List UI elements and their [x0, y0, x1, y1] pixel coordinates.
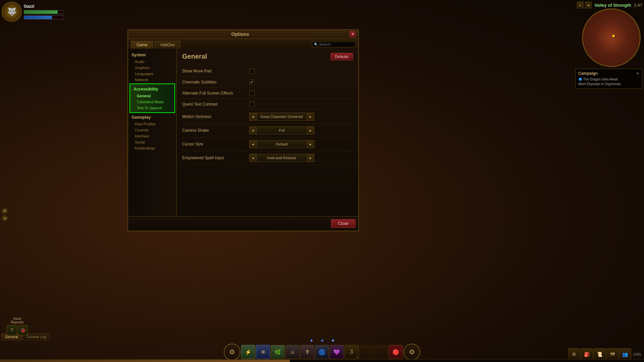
setting-label-empowered-spell: Empowered Spell Input: [182, 156, 249, 160]
action-bracket-left: ⚙: [224, 344, 240, 360]
camera-shake-value: Full: [257, 126, 307, 134]
options-dialog: Options ✕ Game AddOns 🔍 System Audio Gra…: [127, 29, 359, 231]
motion-sickness-value: Keep Character Centered: [257, 113, 307, 121]
sidebar-item-colorblind[interactable]: Colorblind Mode: [130, 99, 174, 105]
right-action-3[interactable]: 📜: [594, 348, 606, 360]
camera-shake-left-btn[interactable]: ◄: [249, 126, 257, 134]
campaign-quest-desc: Meet Ebyssian in Orgrimmar.: [578, 82, 639, 86]
left-side-icons: ⚙ ◄: [2, 208, 8, 221]
checkbox-cinematic-subtitles[interactable]: ✓: [249, 79, 255, 85]
dialog-close-x-button[interactable]: ✕: [350, 31, 356, 37]
dialog-tabs: Game AddOns: [131, 41, 180, 49]
action-slot-4[interactable]: ⚔: [285, 345, 300, 359]
selector-empowered-spell: ◄ Hold and Release ►: [249, 154, 314, 162]
right-action-2[interactable]: 🎒: [581, 348, 593, 360]
checkbox-show-move-pad[interactable]: [249, 68, 255, 74]
action-slot-7[interactable]: 💜: [330, 345, 344, 359]
main-content-panel: General Defaults Show Move Pad Cinematic…: [177, 49, 358, 216]
left-icon-1[interactable]: ⚙: [2, 208, 8, 214]
action-slot-6[interactable]: 🌀: [315, 345, 329, 359]
campaign-title: Campaign ▼: [578, 71, 639, 76]
defaults-button[interactable]: Defaults: [331, 53, 353, 60]
selector-motion-sickness: ◄ Keep Character Centered ►: [249, 113, 314, 121]
top-right-info: ⚔ ◄ Valley of Strength 1:47: [577, 2, 642, 8]
setting-control-alt-fullscreen: [249, 90, 255, 96]
selector-cursor-size: ◄ Default ►: [249, 140, 314, 148]
setting-label-cinematic-subtitles: Cinematic Subtitles: [182, 80, 249, 84]
setting-control-show-move-pad: [249, 68, 255, 74]
close-dialog-button[interactable]: Close: [331, 219, 356, 228]
action-slot-3[interactable]: 🌿: [271, 345, 285, 359]
camera-shake-right-btn[interactable]: ►: [307, 126, 314, 134]
cursor-size-right-btn[interactable]: ►: [307, 140, 314, 148]
search-icon: 🔍: [314, 43, 318, 46]
content-title: General: [182, 53, 207, 60]
issue-question-button[interactable]: ?: [7, 325, 17, 335]
mana-bar: [24, 15, 64, 19]
time-display: 1:47: [634, 3, 642, 8]
minimap-player-dot: [612, 35, 614, 37]
setting-show-move-pad: Show Move Pad: [182, 66, 353, 77]
left-icon-2[interactable]: ◄: [2, 215, 8, 221]
setting-cursor-size: Cursor Size ◄ Default ►: [182, 137, 353, 151]
right-action-5[interactable]: 👥: [619, 348, 631, 360]
setting-label-quest-text: Quest Text Contrast: [182, 102, 249, 107]
empowered-spell-left-btn[interactable]: ◄: [249, 154, 257, 162]
action-slot-11[interactable]: 🔴: [389, 345, 403, 359]
item-level: (346): [632, 348, 642, 360]
sidebar-item-keybindings[interactable]: Keybindings: [128, 145, 176, 151]
motion-sickness-left-btn[interactable]: ◄: [249, 113, 257, 121]
setting-control-quest-text: [249, 102, 255, 107]
dialog-footer: Close: [128, 216, 358, 231]
setting-empowered-spell: Empowered Spell Input ◄ Hold and Release…: [182, 151, 353, 165]
setting-camera-shake: Camera Shake ◄ Full ►: [182, 124, 353, 137]
sidebar-item-network[interactable]: Network: [128, 77, 176, 83]
sidebar-item-interface[interactable]: Interface: [128, 133, 176, 139]
action-slot-8[interactable]: 3 3: [344, 345, 359, 359]
xp-fill: [0, 360, 290, 362]
checkbox-alt-fullscreen[interactable]: [249, 90, 255, 96]
issue-bug-button[interactable]: 🐞: [18, 325, 28, 335]
tab-game[interactable]: Game: [131, 41, 153, 49]
sidebar: System Audio Graphics Languages Network …: [128, 49, 177, 216]
setting-control-cinematic-subtitles: ✓: [249, 79, 255, 85]
checkbox-quest-text[interactable]: [249, 102, 255, 107]
sidebar-item-tts[interactable]: Text To Speech: [130, 105, 174, 111]
sidebar-section-accessibility: Accessibility General Colorblind Mode Te…: [129, 83, 175, 113]
sidebar-item-raid[interactable]: Raid Profiles: [128, 121, 176, 127]
right-action-1[interactable]: ⚙: [568, 348, 580, 360]
right-action-4[interactable]: 🗺: [606, 348, 619, 360]
menu-icon[interactable]: ◄: [585, 2, 592, 8]
player-name: Gazzi: [24, 4, 64, 9]
sidebar-item-graphics[interactable]: Graphics: [128, 65, 176, 71]
setting-label-motion-sickness: Motion Sickness: [182, 114, 249, 119]
pvp-icon[interactable]: ⚔: [577, 2, 584, 8]
minimap[interactable]: [582, 8, 641, 67]
sidebar-item-social[interactable]: Social: [128, 139, 176, 145]
player-portrait-area: 🐺 Gazzi: [2, 2, 64, 22]
action-slot-1[interactable]: ⚡: [241, 345, 255, 359]
action-slot-2[interactable]: ❄: [256, 345, 270, 359]
sidebar-item-languages[interactable]: Languages: [128, 71, 176, 77]
sidebar-item-controls[interactable]: Controls: [128, 127, 176, 133]
sidebar-item-audio[interactable]: Audio: [128, 59, 176, 65]
empowered-spell-right-btn[interactable]: ►: [307, 154, 314, 162]
health-fill: [24, 10, 58, 14]
search-input[interactable]: [312, 41, 356, 47]
motion-sickness-right-btn[interactable]: ►: [307, 113, 314, 121]
cursor-size-left-btn[interactable]: ◄: [249, 140, 257, 148]
dialog-content: System Audio Graphics Languages Network …: [128, 49, 358, 216]
issue-reporter-buttons: ? 🐞: [7, 325, 28, 335]
action-bracket-right: ⚙: [404, 344, 420, 360]
right-action-bar: ⚙ 🎒 📜 🗺 👥 (346): [568, 348, 642, 360]
tab-addons[interactable]: AddOns: [155, 41, 180, 49]
location-name: Valley of Strength: [594, 3, 631, 8]
campaign-panel: Campaign ▼ 🔷 The Dragon Isles Await Meet…: [575, 69, 642, 89]
action-bar: ⚙ ⚡ ❄ 🌿 ⚔ 🗡 🌀 💜 3 3 · · 🔴 ⚙: [224, 344, 420, 360]
cursor-size-value: Default: [257, 140, 307, 148]
sidebar-item-general[interactable]: General: [130, 93, 174, 99]
action-slot-9[interactable]: ·: [359, 345, 373, 359]
action-slot-5[interactable]: 🗡: [300, 345, 314, 359]
dialog-title-bar: Options ✕: [128, 30, 358, 39]
action-slot-10[interactable]: ·: [374, 345, 388, 359]
